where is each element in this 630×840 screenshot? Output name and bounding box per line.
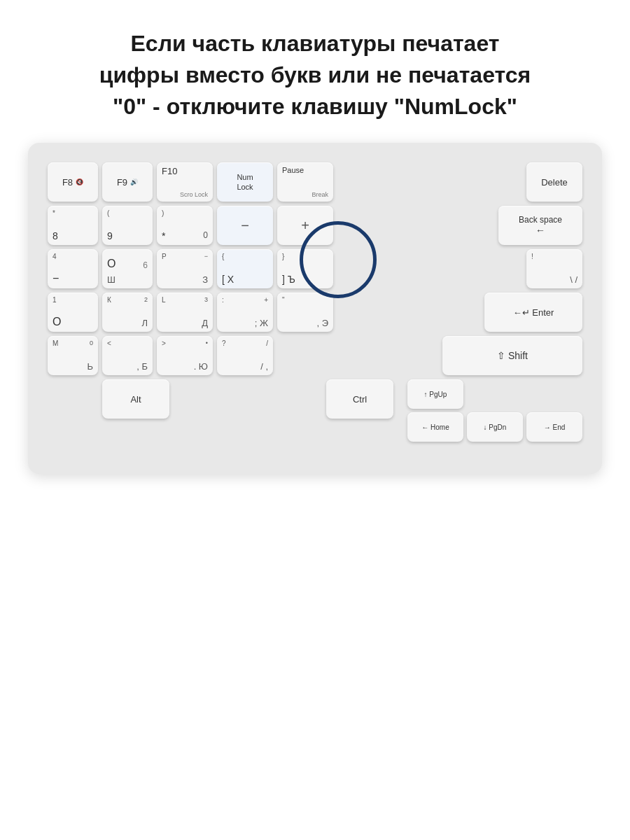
header-line3: "0" - отключите клавишу "NumLock" bbox=[113, 94, 517, 119]
key-gt-period[interactable]: >• . Ю bbox=[157, 336, 213, 375]
key-f10-scrolllock[interactable]: F10 Scro Lock bbox=[157, 162, 213, 202]
key-num9-paren[interactable]: ( 9 bbox=[102, 206, 153, 245]
keyboard-container: F8 🔇 F9 🔊 F10 Scro Lock NumLock Pause Br… bbox=[28, 143, 602, 474]
ctrl-label: Ctrl bbox=[353, 394, 367, 405]
key-numminus[interactable]: − bbox=[217, 206, 273, 245]
key-quote-e[interactable]: " , Э bbox=[277, 293, 333, 332]
key-end[interactable]: → End bbox=[526, 412, 582, 442]
backspace-label: Back space bbox=[519, 215, 562, 225]
key-pgup[interactable]: ↑ PgUp bbox=[407, 379, 463, 409]
key-slash-yu[interactable]: ?/ / , bbox=[217, 336, 273, 375]
key-1-o[interactable]: 1 О bbox=[48, 293, 98, 332]
key-num8-star[interactable]: * 8 bbox=[48, 206, 98, 245]
key-home[interactable]: ← Home bbox=[407, 412, 463, 442]
key-p-shch[interactable]: Р− З bbox=[157, 249, 213, 288]
key-o-sh[interactable]: О 6 Ш bbox=[102, 249, 153, 288]
enter-key[interactable]: ←↵ Enter bbox=[484, 293, 582, 332]
header-line2: цифры вместо букв или не печатается bbox=[99, 62, 531, 88]
key-lt-comma[interactable]: < , Б bbox=[102, 336, 153, 375]
key-semicol-zh[interactable]: :+ ; Ж bbox=[217, 293, 273, 332]
backspace-key[interactable]: Back space ← bbox=[498, 206, 582, 245]
header-line1: Если часть клавиатуры печатает bbox=[131, 31, 500, 56]
enter-label: ←↵ Enter bbox=[513, 307, 554, 318]
key-pause-break[interactable]: Pause Break bbox=[277, 162, 333, 202]
key-openbrace[interactable]: { [ X bbox=[217, 249, 273, 288]
key-numlock[interactable]: NumLock bbox=[217, 162, 273, 202]
key-k-l[interactable]: К2 Л bbox=[102, 293, 153, 332]
key-m-b[interactable]: М0 Ь bbox=[48, 336, 98, 375]
key-pgdn[interactable]: ↓ PgDn bbox=[467, 412, 523, 442]
backspace-arrow: ← bbox=[536, 225, 545, 236]
header-text: Если часть клавиатуры печатает цифры вме… bbox=[57, 0, 573, 143]
alt-label: Alt bbox=[130, 394, 141, 405]
key-4-dash[interactable]: 4 − bbox=[48, 249, 98, 288]
shift-label: ⇧ Shift bbox=[497, 350, 528, 361]
key-backslash[interactable]: ! \ / bbox=[526, 249, 582, 288]
key-alt[interactable]: Alt bbox=[102, 379, 169, 419]
key-f9[interactable]: F9 🔊 bbox=[102, 162, 153, 202]
key-delete[interactable]: Delete bbox=[526, 162, 582, 202]
key-closebrace[interactable]: } ] Ъ bbox=[277, 249, 333, 288]
key-ctrl[interactable]: Ctrl bbox=[326, 379, 393, 419]
shift-key[interactable]: ⇧ Shift bbox=[442, 336, 582, 375]
key-f8[interactable]: F8 🔇 bbox=[48, 162, 98, 202]
key-numplus[interactable]: + bbox=[277, 206, 333, 245]
key-num0-paren2[interactable]: ) * 0 bbox=[157, 206, 213, 245]
key-l-d[interactable]: L3 Д bbox=[157, 293, 213, 332]
